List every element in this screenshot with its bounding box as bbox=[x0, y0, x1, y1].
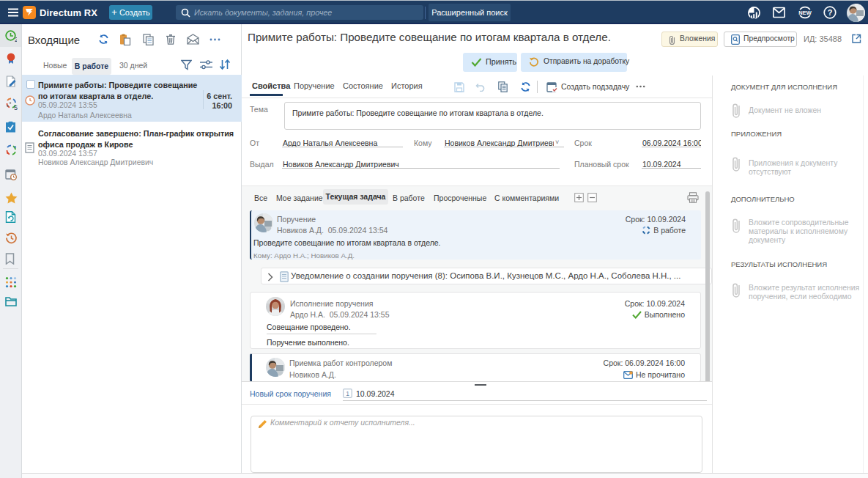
svg-text:5: 5 bbox=[14, 104, 18, 111]
svg-text:1: 1 bbox=[346, 390, 349, 397]
svg-text:2: 2 bbox=[15, 36, 17, 43]
svg-text:NEW: NEW bbox=[798, 10, 812, 16]
svg-text:?: ? bbox=[828, 8, 833, 17]
